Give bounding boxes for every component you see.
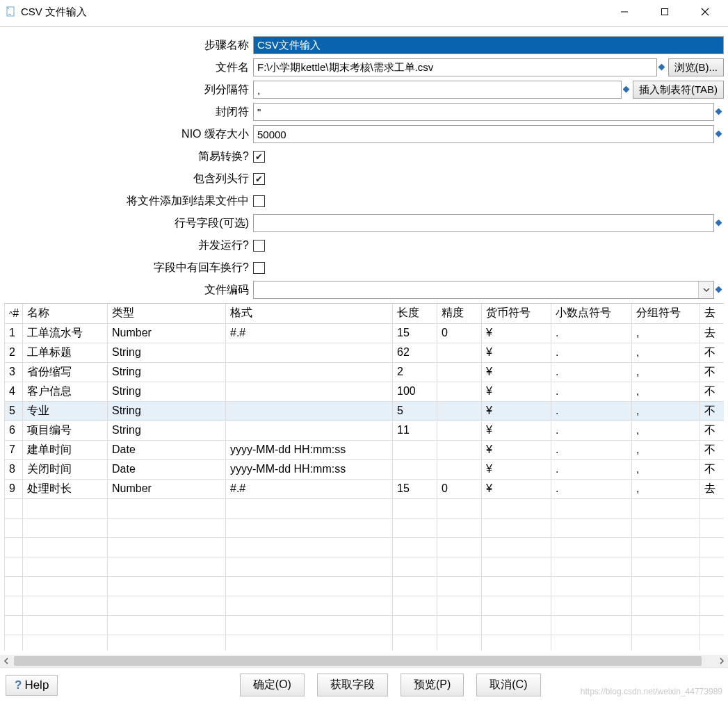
table-row[interactable]: 1工单流水号Number#.#150¥.,去 <box>5 323 725 343</box>
cell-type[interactable]: String <box>108 362 226 382</box>
cell-empty[interactable] <box>551 576 632 596</box>
cell-empty[interactable] <box>5 576 23 596</box>
cell-empty[interactable] <box>393 635 437 651</box>
cell-trim[interactable]: 去 <box>700 323 725 343</box>
help-button[interactable]: ? Help <box>6 675 58 696</box>
cell-currency[interactable]: ¥ <box>482 362 551 382</box>
cell-format[interactable]: #.# <box>226 479 393 498</box>
cell-empty[interactable] <box>108 596 226 615</box>
th-name[interactable]: 名称 <box>23 304 108 323</box>
cell-length[interactable]: 5 <box>393 401 437 421</box>
cell-trim[interactable]: 不 <box>700 362 725 382</box>
cell-type[interactable]: String <box>108 382 226 401</box>
cell-length[interactable]: 2 <box>393 362 437 382</box>
cell-empty[interactable] <box>393 518 437 537</box>
cell-type[interactable]: String <box>108 401 226 421</box>
table-row-empty[interactable] <box>5 537 725 557</box>
cell-empty[interactable] <box>23 576 108 596</box>
cell-empty[interactable] <box>437 635 482 651</box>
var-icon[interactable] <box>714 286 724 293</box>
cell-empty[interactable] <box>551 635 632 651</box>
cell-currency[interactable]: ¥ <box>482 440 551 459</box>
minimize-button[interactable] <box>604 1 645 22</box>
cell-empty[interactable] <box>551 518 632 537</box>
cell-trim[interactable]: 不 <box>700 382 725 401</box>
cell-format[interactable] <box>226 421 393 440</box>
cell-empty[interactable] <box>551 498 632 518</box>
cell-decSym[interactable]: . <box>551 421 632 440</box>
fields-table[interactable]: ^# 名称 类型 格式 长度 精度 货币符号 小数点符号 分组符号 去 1工单流… <box>4 304 724 651</box>
th-currency[interactable]: 货币符号 <box>482 304 551 323</box>
input-delimiter[interactable] <box>253 81 622 99</box>
cell-length[interactable]: 15 <box>393 479 437 498</box>
cell-length[interactable] <box>393 459 437 479</box>
th-decsym[interactable]: 小数点符号 <box>551 304 632 323</box>
cell-decimal[interactable] <box>437 459 482 479</box>
table-row-empty[interactable] <box>5 615 725 635</box>
cell-empty[interactable] <box>700 635 725 651</box>
cell-empty[interactable] <box>226 596 393 615</box>
cell-decimal[interactable] <box>437 382 482 401</box>
cell-empty[interactable] <box>437 596 482 615</box>
table-row[interactable]: 5专业String5¥.,不 <box>5 401 725 421</box>
table-row[interactable]: 3省份缩写String2¥.,不 <box>5 362 725 382</box>
table-row-empty[interactable] <box>5 596 725 615</box>
cell-format[interactable]: yyyy-MM-dd HH:mm:ss <box>226 440 393 459</box>
cell-empty[interactable] <box>437 576 482 596</box>
select-encoding[interactable] <box>253 281 714 299</box>
cell-idx[interactable]: 6 <box>5 421 23 440</box>
cell-format[interactable]: #.# <box>226 323 393 343</box>
cell-empty[interactable] <box>551 537 632 557</box>
cell-length[interactable] <box>393 440 437 459</box>
cell-empty[interactable] <box>23 615 108 635</box>
cell-empty[interactable] <box>226 615 393 635</box>
cell-empty[interactable] <box>393 537 437 557</box>
cell-format[interactable]: yyyy-MM-dd HH:mm:ss <box>226 459 393 479</box>
checkbox-header[interactable] <box>253 173 265 185</box>
preview-button[interactable]: 预览(P) <box>401 674 464 696</box>
th-idx[interactable]: ^# <box>5 304 23 323</box>
cell-empty[interactable] <box>23 557 108 576</box>
browse-button[interactable]: 浏览(B)... <box>668 58 725 76</box>
cell-empty[interactable] <box>482 518 551 537</box>
cell-name[interactable]: 客户信息 <box>23 382 108 401</box>
cell-empty[interactable] <box>700 615 725 635</box>
cell-empty[interactable] <box>226 557 393 576</box>
cell-length[interactable]: 11 <box>393 421 437 440</box>
cell-decSym[interactable]: . <box>551 459 632 479</box>
cell-idx[interactable]: 1 <box>5 323 23 343</box>
cell-format[interactable] <box>226 362 393 382</box>
cell-name[interactable]: 项目编号 <box>23 421 108 440</box>
close-button[interactable] <box>685 1 725 22</box>
table-row-empty[interactable] <box>5 518 725 537</box>
cell-empty[interactable] <box>226 498 393 518</box>
cell-empty[interactable] <box>23 518 108 537</box>
cell-empty[interactable] <box>437 498 482 518</box>
cell-decimal[interactable] <box>437 343 482 362</box>
cell-empty[interactable] <box>226 635 393 651</box>
cell-empty[interactable] <box>437 557 482 576</box>
cell-currency[interactable]: ¥ <box>482 421 551 440</box>
cell-empty[interactable] <box>632 635 700 651</box>
cell-empty[interactable] <box>632 498 700 518</box>
cell-trim[interactable]: 不 <box>700 440 725 459</box>
cell-trim[interactable]: 不 <box>700 343 725 362</box>
cell-grpSym[interactable]: , <box>632 323 700 343</box>
cell-currency[interactable]: ¥ <box>482 401 551 421</box>
cell-grpSym[interactable]: , <box>632 479 700 498</box>
cell-length[interactable]: 62 <box>393 343 437 362</box>
cell-empty[interactable] <box>5 596 23 615</box>
cell-type[interactable]: String <box>108 343 226 362</box>
scroll-right-icon[interactable] <box>715 655 728 667</box>
cell-idx[interactable]: 9 <box>5 479 23 498</box>
cell-empty[interactable] <box>482 537 551 557</box>
table-row[interactable]: 2工单标题String62¥.,不 <box>5 343 725 362</box>
table-row-empty[interactable] <box>5 557 725 576</box>
cell-empty[interactable] <box>551 596 632 615</box>
th-grpsym[interactable]: 分组符号 <box>632 304 700 323</box>
cell-empty[interactable] <box>5 518 23 537</box>
th-decimal[interactable]: 精度 <box>437 304 482 323</box>
cell-currency[interactable]: ¥ <box>482 479 551 498</box>
cell-empty[interactable] <box>482 557 551 576</box>
cell-currency[interactable]: ¥ <box>482 459 551 479</box>
